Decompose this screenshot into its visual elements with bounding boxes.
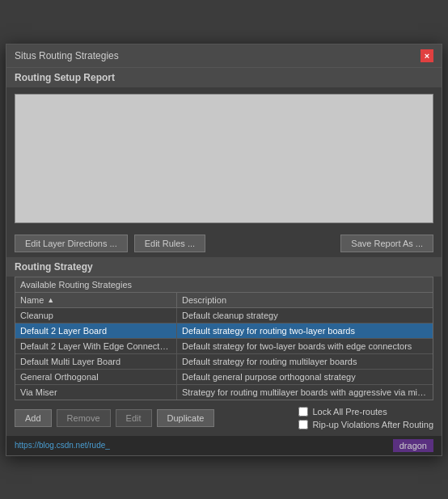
strategies-table: Available Routing Strategies Name ▲ Desc…: [15, 277, 433, 400]
cell-name: Cleanup: [15, 308, 177, 323]
report-area: [15, 94, 433, 223]
table-body: CleanupDefault cleanup strategyDefault 2…: [15, 308, 433, 400]
add-button[interactable]: Add: [15, 409, 52, 427]
table-row[interactable]: Via MiserStrategy for routing multilayer…: [15, 385, 433, 400]
table-row[interactable]: Default Multi Layer BoardDefault strateg…: [15, 354, 433, 370]
routing-strategy-header: Routing Strategy: [6, 257, 442, 277]
cell-name: Default 2 Layer Board: [15, 324, 177, 338]
lock-pre-routes-checkbox[interactable]: [298, 407, 308, 417]
title-bar: Situs Routing Strategies ×: [6, 44, 442, 68]
watermark-bar: https://blog.csdn.net/rude_ dragon: [6, 436, 442, 455]
routing-setup-report-header: Routing Setup Report: [6, 68, 442, 87]
table-row[interactable]: Default 2 Layer With Edge ConnectorsDefa…: [15, 339, 433, 354]
table-row[interactable]: CleanupDefault cleanup strategy: [15, 308, 433, 324]
duplicate-button[interactable]: Duplicate: [157, 409, 215, 427]
table-header: Name ▲ Description: [15, 293, 433, 308]
rip-up-violations-row: Rip-up Violations After Routing: [298, 420, 433, 429]
edit-rules-button[interactable]: Edit Rules ...: [134, 235, 205, 252]
checkbox-group: Lock All Pre-routes Rip-up Violations Af…: [298, 407, 433, 429]
column-description-header: Description: [177, 293, 433, 307]
column-name-header: Name ▲: [15, 293, 177, 307]
bottom-buttons-row: Add Remove Edit Duplicate Lock All Pre-r…: [6, 400, 442, 436]
edit-layer-directions-button[interactable]: Edit Layer Directions ...: [15, 235, 128, 252]
lock-pre-routes-row: Lock All Pre-routes: [298, 407, 433, 417]
cell-description: Strategy for routing multilayer boards w…: [177, 385, 433, 400]
table-row[interactable]: General OrthogonalDefault general purpos…: [15, 370, 433, 385]
save-report-as-button[interactable]: Save Report As ...: [340, 235, 433, 252]
cell-description: Default strategy for two-layer boards wi…: [177, 339, 433, 353]
table-row[interactable]: Default 2 Layer BoardDefault strategy fo…: [15, 324, 433, 339]
cell-description: Default cleanup strategy: [177, 308, 433, 323]
cell-name: Default Multi Layer Board: [15, 354, 177, 369]
close-button[interactable]: ×: [421, 49, 433, 62]
table-label: Available Routing Strategies: [15, 277, 433, 293]
sort-arrow-icon: ▲: [47, 296, 54, 304]
cell-description: Default strategy for routing multilayer …: [177, 354, 433, 369]
cell-name: Via Miser: [15, 385, 177, 400]
dialog: Situs Routing Strategies × Routing Setup…: [6, 44, 442, 456]
watermark-url: https://blog.csdn.net/rude_: [15, 441, 110, 450]
edit-buttons-row: Edit Layer Directions ... Edit Rules ...…: [6, 230, 442, 257]
watermark-user: dragon: [393, 439, 433, 452]
cell-name: General Orthogonal: [15, 370, 177, 384]
edit-button[interactable]: Edit: [116, 409, 152, 427]
dialog-title: Situs Routing Strategies: [15, 50, 119, 61]
cell-name: Default 2 Layer With Edge Connectors: [15, 339, 177, 353]
rip-up-violations-checkbox[interactable]: [298, 420, 308, 429]
cell-description: Default general purpose orthogonal strat…: [177, 370, 433, 384]
remove-button[interactable]: Remove: [57, 409, 111, 427]
lock-pre-routes-label: Lock All Pre-routes: [312, 407, 387, 417]
cell-description: Default strategy for routing two-layer b…: [177, 324, 433, 338]
rip-up-violations-label: Rip-up Violations After Routing: [312, 420, 433, 429]
